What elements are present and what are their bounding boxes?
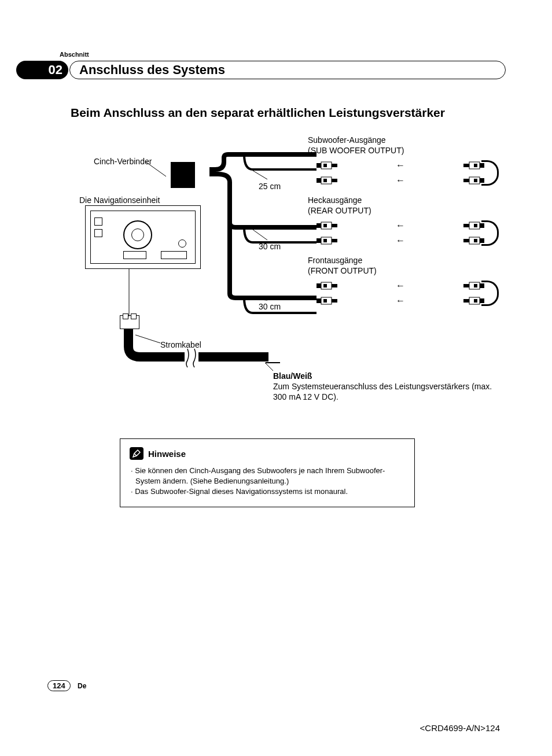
rca-front-pair: ← ← <box>317 278 484 308</box>
label-subwoofer-output: Subwoofer-Ausgänge <box>308 135 386 145</box>
notes-list: · Sie können den Cinch-Ausgang des Subwo… <box>130 466 405 497</box>
arrow-left-icon: ← <box>396 160 405 171</box>
svg-rect-39 <box>332 284 337 287</box>
power-connector-icon <box>120 315 139 329</box>
section-title: Anschluss des Systems <box>79 62 225 78</box>
wiring-diagram: Cinch-Verbinder Die Navigationseinheit S… <box>71 130 510 408</box>
section-label: Abschnitt <box>60 51 89 58</box>
arrow-left-icon: ← <box>396 296 405 306</box>
svg-rect-20 <box>317 223 321 228</box>
svg-rect-22 <box>323 224 327 227</box>
svg-rect-24 <box>463 224 469 227</box>
rca-subwoofer-pair: ← ← <box>317 158 484 188</box>
svg-rect-15 <box>332 179 337 182</box>
rca-plug-icon <box>460 296 484 305</box>
svg-rect-28 <box>317 238 321 243</box>
rca-plug-icon <box>317 221 341 230</box>
svg-rect-30 <box>323 239 327 242</box>
power-cable-path <box>118 329 280 375</box>
svg-rect-42 <box>474 284 477 287</box>
section-title-bar: Anschluss des Systems <box>69 61 506 79</box>
label-navigation-unit: Die Navigationseinheit <box>79 195 160 205</box>
svg-line-54 <box>135 335 160 343</box>
leader-line <box>127 269 131 316</box>
rca-plug-icon <box>317 296 341 305</box>
svg-rect-36 <box>317 283 321 288</box>
rca-rear-pair: ← ← <box>317 218 484 248</box>
svg-line-2 <box>253 230 267 240</box>
svg-rect-8 <box>463 164 469 167</box>
note-item: · Das Subwoofer-Signal dieses Navigation… <box>130 486 405 497</box>
rca-plug-icon <box>460 236 484 245</box>
rca-plug-icon <box>317 281 341 290</box>
svg-rect-32 <box>463 239 469 242</box>
document-code: <CRD4699-A/N>124 <box>420 723 500 733</box>
cable-loop <box>481 220 499 246</box>
svg-line-1 <box>253 171 267 179</box>
arrow-left-icon: ← <box>396 281 405 291</box>
rca-plug-icon <box>460 176 484 185</box>
arrow-left-icon: ← <box>396 220 405 231</box>
rca-plug-icon <box>317 161 341 170</box>
svg-rect-31 <box>332 239 337 242</box>
navigation-unit-icon <box>85 205 201 269</box>
svg-rect-38 <box>323 284 327 287</box>
cable-loop <box>481 281 499 306</box>
page-heading: Beim Anschluss an den separat erhältlich… <box>71 106 445 120</box>
svg-rect-50 <box>474 299 477 303</box>
svg-rect-40 <box>463 284 469 287</box>
svg-rect-12 <box>317 178 321 183</box>
notes-box: Hinweise · Sie können den Cinch-Ausgang … <box>120 438 415 507</box>
notes-title: Hinweise <box>148 449 186 459</box>
note-item: · Sie können den Cinch-Ausgang des Subwo… <box>130 466 405 486</box>
svg-rect-46 <box>323 299 327 303</box>
label-cinch-connector: Cinch-Verbinder <box>94 156 152 167</box>
svg-rect-4 <box>317 163 321 168</box>
arrow-left-icon: ← <box>396 235 405 246</box>
svg-rect-23 <box>332 224 337 227</box>
cable-loop <box>481 160 499 186</box>
arrow-left-icon: ← <box>396 175 405 186</box>
svg-rect-6 <box>323 164 327 167</box>
section-number-badge: 02 <box>16 61 68 79</box>
language-code: De <box>78 682 86 690</box>
svg-rect-14 <box>323 179 327 182</box>
section-number: 02 <box>49 62 62 78</box>
svg-rect-47 <box>332 299 337 303</box>
rca-plug-icon <box>317 176 341 185</box>
svg-rect-18 <box>474 179 477 182</box>
svg-rect-26 <box>474 224 477 227</box>
svg-rect-10 <box>474 164 477 167</box>
leader-line <box>146 162 169 185</box>
page-number-badge: 124 <box>47 680 71 691</box>
svg-rect-16 <box>463 179 469 182</box>
svg-line-55 <box>265 363 273 371</box>
rca-plug-icon <box>460 161 484 170</box>
rca-plug-icon <box>460 221 484 230</box>
rca-plug-icon <box>460 281 484 290</box>
svg-rect-48 <box>463 299 469 303</box>
svg-line-0 <box>146 162 166 176</box>
svg-rect-34 <box>474 239 477 242</box>
rca-plug-icon <box>317 236 341 245</box>
svg-rect-44 <box>317 298 321 303</box>
svg-rect-7 <box>332 164 337 167</box>
label-blue-white-description: Zum Systemsteueranschluss des Leistungsv… <box>273 381 505 402</box>
pencil-icon <box>130 447 143 460</box>
